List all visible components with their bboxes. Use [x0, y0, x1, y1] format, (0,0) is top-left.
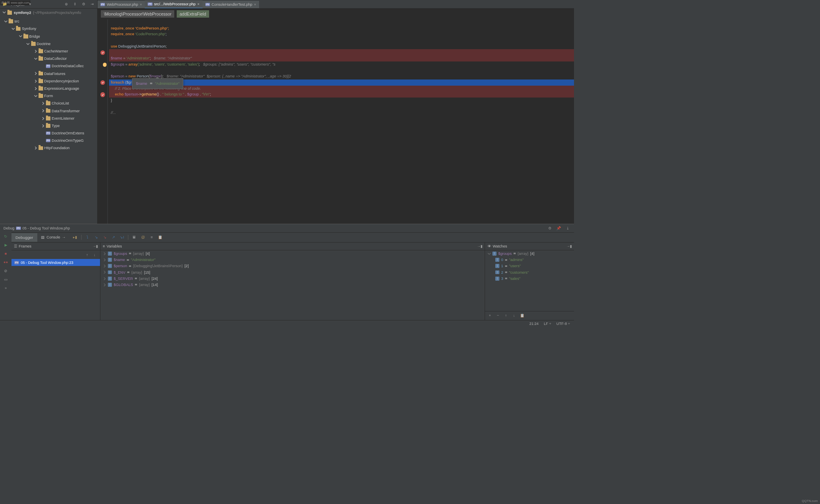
var-icon: ⋮ — [108, 277, 112, 281]
watch-item[interactable]: ⋮ 2 = "customers" — [485, 269, 574, 275]
tree-item[interactable]: Form — [0, 92, 97, 100]
chevron-down-icon — [4, 20, 7, 23]
tree-item[interactable]: Doctrine — [0, 40, 97, 48]
chevron-down-icon — [34, 94, 37, 98]
down-icon[interactable]: ↓ — [511, 313, 517, 318]
folder-icon — [39, 94, 43, 98]
gear-icon[interactable]: ⚙ — [81, 2, 87, 7]
dropdown-icon[interactable]: ▾ — [28, 2, 33, 7]
tree-item[interactable]: DependencyInjection — [0, 77, 97, 85]
tree-item[interactable]: DataFixtures — [0, 70, 97, 77]
tree-item[interactable]: Type — [0, 122, 97, 129]
add-watch-icon[interactable]: + — [487, 313, 493, 318]
editor-tab[interactable]: phpWebProcessor.php× — [98, 1, 145, 8]
rerun-icon[interactable]: ↻ — [3, 234, 9, 239]
tree-item[interactable]: DataCollector — [0, 55, 97, 62]
restore-icon[interactable]: →▮ — [567, 244, 572, 249]
hide-icon[interactable]: ⇥ — [90, 2, 95, 7]
step-into-icon[interactable]: ↘ — [93, 235, 99, 240]
line-ending[interactable]: LF ÷ — [544, 322, 551, 326]
sort-icon[interactable]: ≡ — [149, 235, 155, 240]
tree-item[interactable]: DataTransformer — [0, 107, 97, 114]
gear-icon[interactable]: ⚙ — [547, 226, 552, 231]
tree-item[interactable]: phpDoctrineOrmTypeG — [0, 137, 97, 144]
variable-row[interactable]: ⋮ $_ENV = {array} [15] — [100, 269, 485, 275]
tree-item[interactable]: phpDoctrineOrmExtens — [0, 129, 97, 137]
tree-item[interactable]: HttpFoundation — [0, 144, 97, 152]
target-icon[interactable]: ⊕ — [64, 2, 69, 7]
evaluate-icon[interactable]: 🖩 — [132, 235, 137, 240]
tree-label: DoctrineDataCollec — [52, 64, 84, 68]
at-icon[interactable]: @ — [141, 235, 146, 240]
breakpoint-icon[interactable] — [100, 50, 105, 55]
up-icon[interactable]: ↑ — [84, 252, 90, 258]
watch-row[interactable]: ⋮ $groups = {array} [4] — [485, 250, 574, 257]
code-editor[interactable]: require_once 'Code/Person.php'; require_… — [98, 19, 574, 224]
editor-tab[interactable]: phpConsoleHandlerTest.php× — [203, 1, 259, 8]
force-step-icon[interactable]: ↘ — [102, 235, 107, 240]
tree-label: DataTransformer — [52, 109, 80, 113]
step-over-icon[interactable]: ⤵ — [85, 235, 90, 240]
watch-item[interactable]: ⋮ 1 = "users" — [485, 263, 574, 269]
folder-icon — [7, 11, 12, 15]
breadcrumb-method[interactable]: addExtraField — [177, 10, 209, 18]
breadcrumb-path[interactable]: \Monolog\Processor\WebProcessor — [101, 10, 174, 18]
up-icon[interactable]: ↑ — [503, 313, 509, 318]
tree-item[interactable]: phpDoctrineDataCollec — [0, 62, 97, 70]
php-icon: php — [16, 227, 20, 230]
chevron-down-icon — [2, 11, 6, 14]
breakpoint-icon[interactable] — [100, 92, 105, 97]
close-icon[interactable]: × — [140, 2, 142, 7]
breakpoint-icon[interactable] — [100, 80, 105, 85]
more-icon[interactable]: » — [3, 286, 9, 291]
chevron-right-icon — [34, 87, 37, 90]
tree-label: DoctrineOrmExtens — [52, 131, 84, 135]
tree-item[interactable]: src — [0, 18, 97, 25]
resume-icon[interactable]: ▶ — [3, 243, 9, 248]
variable-row[interactable]: ⋮ $name = "Administrator" — [100, 257, 485, 263]
show-exec-icon[interactable]: ▸▮ — [73, 235, 78, 240]
lightbulb-icon[interactable] — [103, 63, 107, 67]
remove-watch-icon[interactable]: − — [495, 313, 501, 318]
debugger-tab[interactable]: Debugger — [11, 233, 37, 242]
mute-icon[interactable]: ⊘ — [3, 268, 9, 274]
console-tab[interactable]: ▤Console→ — [37, 233, 70, 241]
variable-row[interactable]: ⋮ $person = {Debugging\JetBrains\Person}… — [100, 263, 485, 269]
copy-icon[interactable]: 📋 — [519, 313, 525, 318]
tree-item[interactable]: Symfony — [0, 25, 97, 32]
layout-icon[interactable]: ▭ — [3, 277, 9, 282]
stack-frame[interactable]: php05 - Debug Tool Window.php:23 — [11, 259, 100, 266]
restore-icon[interactable]: →▮ — [477, 244, 483, 249]
folder-icon — [39, 79, 43, 83]
watch-item[interactable]: ⋮ 0 = "admins" — [485, 257, 574, 263]
close-icon[interactable]: × — [254, 2, 256, 7]
step-out-icon[interactable]: ↗ — [111, 235, 116, 240]
chevron-right-icon — [41, 117, 45, 120]
down-icon[interactable]: ↓ — [92, 252, 97, 258]
variable-row[interactable]: ⋮ $groups = {array} [4] — [100, 250, 485, 257]
variable-row[interactable]: ⋮ $_SERVER = {array} [24] — [100, 275, 485, 282]
tree-item[interactable]: EventListener — [0, 115, 97, 122]
copy-icon[interactable]: 📋 — [158, 235, 163, 240]
stop-icon[interactable]: ■ — [3, 251, 9, 257]
watch-item[interactable]: ⋮ 3 = "sales" — [485, 275, 574, 282]
close-icon[interactable]: × — [197, 2, 199, 6]
download-icon[interactable]: ⤓ — [565, 226, 571, 231]
watches-title: Watches — [493, 244, 507, 248]
restore-icon[interactable]: →▮ — [93, 244, 98, 249]
tree-item[interactable]: Bridge — [0, 33, 97, 40]
encoding[interactable]: UTF-8 ÷ — [556, 322, 570, 326]
chevron-down-icon — [26, 42, 30, 45]
pin-icon[interactable]: 📌 — [556, 226, 562, 231]
variable-row[interactable]: ⋮ $GLOBALS = {array} [14] — [100, 282, 485, 288]
editor-tab[interactable]: phpsrc/.../WebProcessor.php× — [145, 0, 202, 8]
tree-item[interactable]: CacheWarmer — [0, 48, 97, 55]
vars-title: Variables — [107, 244, 122, 248]
tree-item[interactable]: ChoiceList — [0, 100, 97, 107]
project-root[interactable]: symfony2 (~/PhpstormProjects/symfo — [0, 9, 97, 16]
tree-item[interactable]: ExpressionLanguage — [0, 85, 97, 92]
breakpoints-icon[interactable]: ●● — [3, 260, 9, 265]
run-to-cursor-icon[interactable]: ↘I — [119, 235, 125, 240]
collapse-icon[interactable]: ⇕ — [73, 2, 78, 7]
php-icon: php — [46, 64, 50, 68]
